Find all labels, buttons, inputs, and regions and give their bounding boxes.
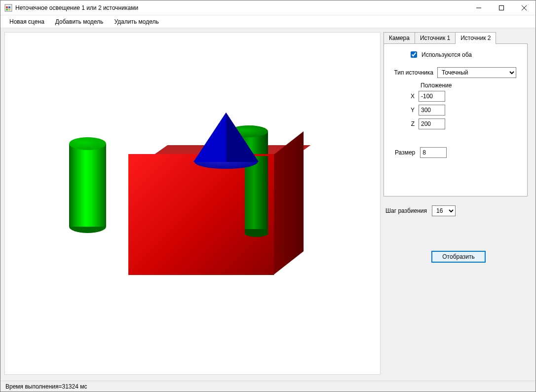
z-input[interactable]: [419, 118, 445, 129]
tab-source1[interactable]: Источник 1: [415, 32, 456, 44]
app-window: Неточечное освещение 1 или 2 источниками…: [0, 0, 536, 392]
step-label: Шаг разбиения: [385, 207, 427, 214]
cylinder-right: [245, 229, 268, 237]
close-button[interactable]: [513, 0, 536, 15]
cylinder-left: [69, 137, 106, 150]
svg-rect-1: [6, 6, 8, 8]
size-input[interactable]: [420, 147, 447, 158]
use-both-checkbox[interactable]: [411, 51, 417, 58]
tab-source2[interactable]: Источник 2: [455, 32, 496, 44]
source-type-select[interactable]: Точечный: [437, 67, 516, 78]
client-area: Камера Источник 1 Источник 2 Используютс…: [0, 28, 536, 381]
step-select[interactable]: 16: [432, 205, 456, 216]
cylinder-right: [245, 156, 268, 235]
maximize-button[interactable]: [490, 0, 513, 15]
svg-rect-2: [8, 6, 10, 8]
menubar: Новая сцена Добавить модель Удалить моде…: [0, 15, 536, 28]
side-panel: Камера Источник 1 Источник 2 Используютс…: [383, 32, 532, 377]
y-label: Y: [407, 107, 415, 114]
tab-camera[interactable]: Камера: [383, 32, 415, 44]
tabstrip: Камера Источник 1 Источник 2: [383, 32, 532, 44]
menu-add-model[interactable]: Добавить модель: [50, 17, 109, 27]
cylinder-left: [69, 144, 106, 227]
y-input[interactable]: [419, 105, 445, 116]
app-icon: [4, 4, 12, 12]
window-title: Неточечное освещение 1 или 2 источниками: [15, 4, 138, 11]
minimize-button[interactable]: [467, 0, 490, 15]
size-label: Размер: [395, 149, 415, 156]
x-input[interactable]: [419, 91, 445, 102]
render-button[interactable]: Отобразить: [431, 251, 486, 263]
viewport-3d[interactable]: [4, 32, 381, 375]
menu-new-scene[interactable]: Новая сцена: [4, 17, 49, 27]
x-label: X: [407, 93, 415, 100]
statusbar: Время выполнения=31324 мс: [0, 381, 536, 392]
menu-delete-model[interactable]: Удалить модель: [109, 17, 163, 27]
position-label: Положение: [421, 82, 520, 89]
cube: [274, 131, 304, 274]
svg-rect-4: [8, 9, 10, 10]
titlebar: Неточечное освещение 1 или 2 источниками: [0, 0, 536, 15]
status-text: Время выполнения=31324 мс: [5, 383, 87, 390]
svg-rect-6: [499, 5, 504, 10]
z-label: Z: [407, 120, 415, 127]
use-both-label: Используются оба: [421, 51, 472, 58]
scene: [5, 33, 380, 374]
cone: [226, 113, 259, 162]
source-type-label: Тип источника: [391, 69, 433, 76]
tab-body-source2: Используются оба Тип источника Точечный …: [383, 43, 528, 196]
svg-rect-3: [6, 9, 8, 10]
